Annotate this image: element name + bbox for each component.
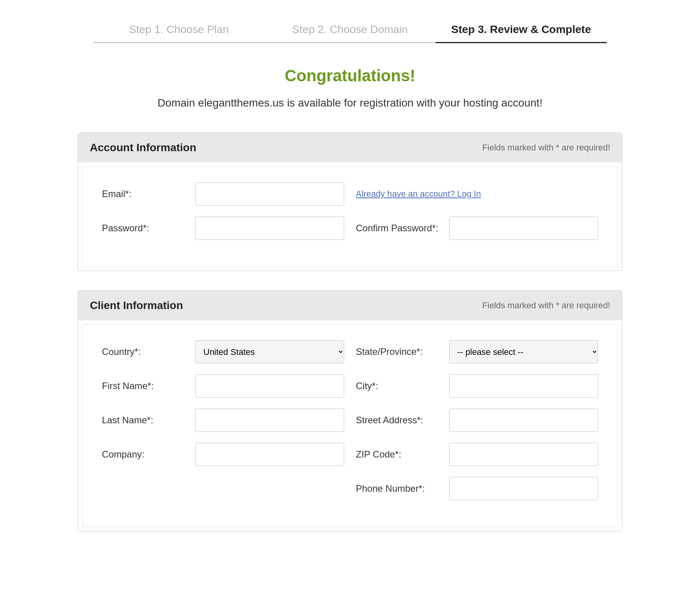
lastname-label: Last Name*: — [102, 415, 187, 426]
step-1-line — [93, 42, 264, 43]
firstname-city-row: First Name*: City*: — [102, 374, 598, 398]
company-input[interactable] — [195, 443, 344, 466]
email-row: Email*: Already have an account? Log In — [102, 182, 598, 206]
confirm-password-group: Confirm Password*: — [356, 217, 598, 240]
client-info-header: Client Information Fields marked with * … — [78, 291, 622, 320]
zip-group: ZIP Code*: — [356, 443, 598, 466]
email-input[interactable] — [195, 182, 344, 206]
account-info-card: Account Information Fields marked with *… — [78, 133, 622, 271]
step-1[interactable]: Step 1. Choose Plan — [93, 23, 264, 43]
congratulations-subtitle: Domain elegantthemes.us is available for… — [78, 97, 622, 109]
country-select[interactable]: United States Canada United Kingdom Aust… — [195, 340, 344, 363]
congratulations-heading: Congratulations! — [78, 66, 622, 85]
client-info-card: Client Information Fields marked with * … — [78, 290, 622, 531]
phone-group: Phone Number*: — [356, 477, 598, 500]
city-input[interactable] — [449, 374, 598, 398]
stepper: Step 1. Choose Plan Step 2. Choose Domai… — [78, 23, 622, 43]
company-label: Company: — [102, 449, 187, 460]
firstname-label: First Name*: — [102, 381, 187, 391]
step-3-line — [436, 42, 607, 43]
street-label: Street Address*: — [356, 415, 441, 426]
step-1-label: Step 1. Choose Plan — [93, 23, 264, 42]
zip-label: ZIP Code*: — [356, 449, 441, 460]
account-info-note: Fields marked with * are required! — [482, 143, 610, 153]
email-group: Email*: — [102, 182, 344, 206]
phone-row: Phone Number*: — [102, 477, 598, 500]
client-info-note: Fields marked with * are required! — [482, 300, 610, 311]
firstname-group: First Name*: — [102, 374, 344, 398]
client-info-title: Client Information — [90, 299, 183, 312]
step-3-label: Step 3. Review & Complete — [436, 23, 607, 42]
step-2-line — [264, 42, 436, 43]
already-account-link[interactable]: Already have an account? Log In — [356, 189, 481, 199]
password-group: Password*: — [102, 217, 344, 240]
password-input[interactable] — [195, 217, 344, 240]
lastname-input[interactable] — [195, 409, 344, 432]
country-state-row: Country*: United States Canada United Ki… — [102, 340, 598, 363]
confirm-password-label: Confirm Password*: — [356, 223, 441, 234]
street-group: Street Address*: — [356, 409, 598, 432]
firstname-input[interactable] — [195, 374, 344, 398]
city-group: City*: — [356, 374, 598, 398]
step-2-label: Step 2. Choose Domain — [264, 23, 436, 42]
state-label: State/Province*: — [356, 346, 441, 357]
password-row: Password*: Confirm Password*: — [102, 217, 598, 240]
state-select[interactable]: -- please select -- Alabama Alaska Arizo… — [449, 340, 598, 363]
country-group: Country*: United States Canada United Ki… — [102, 340, 344, 363]
account-info-header: Account Information Fields marked with *… — [78, 133, 622, 162]
account-info-title: Account Information — [90, 141, 196, 154]
street-input[interactable] — [449, 409, 598, 432]
state-group: State/Province*: -- please select -- Ala… — [356, 340, 598, 363]
lastname-group: Last Name*: — [102, 409, 344, 432]
phone-label: Phone Number*: — [356, 483, 441, 494]
password-label: Password*: — [102, 223, 187, 234]
step-3[interactable]: Step 3. Review & Complete — [436, 23, 607, 43]
email-label: Email*: — [102, 189, 187, 199]
client-info-body: Country*: United States Canada United Ki… — [82, 324, 618, 527]
main-content: Congratulations! Domain elegantthemes.us… — [78, 66, 622, 531]
lastname-street-row: Last Name*: Street Address*: — [102, 409, 598, 432]
step-2[interactable]: Step 2. Choose Domain — [264, 23, 436, 43]
company-group: Company: — [102, 443, 344, 466]
already-account-group: Already have an account? Log In — [356, 189, 598, 199]
phone-input[interactable] — [449, 477, 598, 500]
city-label: City*: — [356, 381, 441, 391]
company-zip-row: Company: ZIP Code*: — [102, 443, 598, 466]
zip-input[interactable] — [449, 443, 598, 466]
account-info-body: Email*: Already have an account? Log In … — [82, 166, 618, 267]
confirm-password-input[interactable] — [449, 217, 598, 240]
country-label: Country*: — [102, 346, 187, 357]
